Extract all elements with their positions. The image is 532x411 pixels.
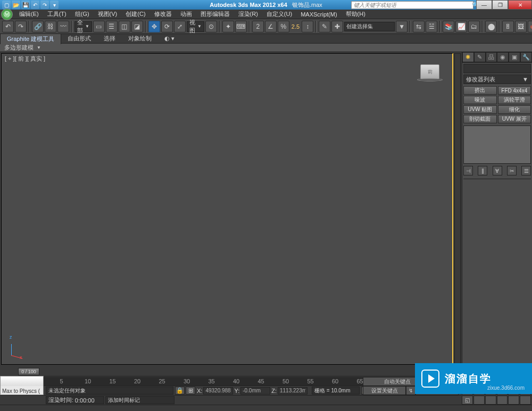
select-move-icon[interactable]: ✥	[148, 21, 160, 32]
manipulate-icon[interactable]: ✦	[222, 21, 234, 32]
mod-uvwmap[interactable]: UVW 贴图	[463, 105, 497, 114]
link-icon[interactable]: 🔗	[32, 21, 44, 32]
listener-input[interactable]: Max to Physcs (	[1, 386, 43, 396]
snap-angle-icon[interactable]: ∠	[265, 21, 277, 32]
tab-create-icon[interactable]: ✺	[462, 52, 474, 62]
qat-open-icon[interactable]: 📂	[12, 1, 20, 9]
listener-output[interactable]	[1, 376, 43, 386]
ribbon-tab-freeform[interactable]: 自由形式	[61, 33, 97, 44]
menu-tools[interactable]: 工具(T)	[43, 10, 71, 18]
close-button[interactable]: ✕	[508, 0, 532, 10]
ribbon-tab-selection[interactable]: 选择	[97, 33, 122, 44]
mod-tessellate[interactable]: 细化	[498, 105, 531, 114]
absolute-transform-icon[interactable]: ⊞	[186, 387, 195, 395]
spinner-snap-icon[interactable]: ↕	[302, 21, 313, 32]
menu-modifiers[interactable]: 修改器	[150, 10, 176, 18]
mirror-icon[interactable]: ⇆	[413, 21, 425, 32]
tab-utilities-icon[interactable]: 🔧	[520, 52, 532, 62]
bind-spacewrap-icon[interactable]: 〰	[57, 21, 69, 32]
selection-filter[interactable]: 全部▼	[74, 21, 92, 32]
menu-rendering[interactable]: 渲染(R)	[234, 10, 262, 18]
viewcube[interactable]: 前	[420, 64, 439, 79]
add-time-tag[interactable]: 添加时间标记	[105, 396, 174, 404]
keyboard-shortcut-icon[interactable]: ⌨	[235, 21, 247, 32]
select-region-icon[interactable]: ◫	[119, 21, 130, 32]
named-sel-drop-icon[interactable]: ▼	[396, 21, 408, 32]
render-icon[interactable]: 🫖	[528, 21, 532, 32]
named-sel-edit-icon[interactable]: ✎	[319, 21, 330, 32]
modifier-stack[interactable]	[463, 125, 531, 164]
named-selection-set[interactable]	[344, 22, 395, 31]
nav-min-max-icon[interactable]: ◱	[462, 396, 473, 405]
pin-stack-icon[interactable]: ⊣	[463, 166, 473, 175]
menu-maxscript[interactable]: MAXScript(M)	[296, 11, 341, 18]
menu-grapheditors[interactable]: 图形编辑器	[196, 10, 234, 18]
help-search[interactable]	[351, 1, 473, 9]
menu-views[interactable]: 视图(V)	[94, 10, 122, 18]
viewport-scrollbar[interactable]	[454, 53, 461, 365]
help-search-input[interactable]	[352, 2, 473, 9]
menu-animation[interactable]: 动画	[176, 10, 196, 18]
select-scale-icon[interactable]: ⤢	[174, 21, 186, 32]
horizontal-scrollbar[interactable]	[0, 405, 532, 411]
mod-unwrap[interactable]: UVW 展开	[498, 115, 531, 123]
coord-y-input[interactable]	[240, 387, 270, 395]
menu-group[interactable]: 组(G)	[71, 10, 94, 18]
coord-z-input[interactable]	[278, 387, 307, 395]
tab-modify-icon[interactable]: ✎	[474, 52, 486, 62]
maximize-button[interactable]: ❐	[492, 0, 508, 10]
qat-new-icon[interactable]: ▢	[2, 1, 11, 9]
menu-edit[interactable]: 编辑(E)	[15, 10, 43, 18]
pivot-center-icon[interactable]: ⊙	[205, 21, 217, 32]
mod-extrude[interactable]: 挤出	[463, 86, 497, 95]
material-editor-icon[interactable]: ⬤	[485, 21, 497, 32]
minimize-button[interactable]: —	[476, 0, 492, 10]
qat-save-icon[interactable]: 💾	[21, 1, 30, 9]
select-by-name-icon[interactable]: ☰	[106, 21, 118, 32]
layers-icon[interactable]: 📚	[443, 21, 454, 32]
show-result-icon[interactable]: ‖	[478, 166, 487, 175]
coord-x-input[interactable]	[203, 387, 233, 395]
mod-turbosmooth[interactable]: 涡轮平滑	[498, 96, 531, 104]
render-frame-icon[interactable]: 🖼	[515, 21, 527, 32]
window-crossing-icon[interactable]: ◪	[131, 21, 143, 32]
remove-mod-icon[interactable]: ✂	[507, 166, 517, 175]
lock-selection-icon[interactable]: 🔒	[175, 387, 185, 395]
application-button[interactable]: Ⓜ	[1, 9, 13, 20]
time-slider-thumb[interactable]: 0 / 100	[18, 368, 39, 375]
qat-redo-icon[interactable]: ↷	[40, 1, 49, 9]
ribbon-tab-objectpaint[interactable]: 对象绘制	[122, 33, 158, 44]
modifier-list[interactable]: 修改器列表 ▼	[463, 74, 531, 84]
viewport-label[interactable]: [ + ][ 前 ][ 真实 ]	[5, 55, 45, 63]
qat-more-icon[interactable]: ▾	[50, 1, 59, 9]
ref-coord-system[interactable]: 视图▼	[187, 21, 204, 32]
configure-sets-icon[interactable]: ☰	[521, 166, 531, 175]
select-rotate-icon[interactable]: ⟳	[161, 21, 173, 32]
tab-display-icon[interactable]: ▣	[509, 52, 520, 62]
maxscript-listener[interactable]: Max to Physcs (	[0, 376, 44, 395]
mod-ffd[interactable]: FFD 4x4x4	[498, 86, 531, 95]
redo-icon[interactable]: ↷	[15, 21, 27, 32]
menu-customize[interactable]: 自定义(U)	[262, 10, 296, 18]
tab-hierarchy-icon[interactable]: 品	[486, 52, 497, 62]
object-name-field[interactable]	[463, 64, 531, 73]
snap-percent-icon[interactable]: %	[278, 21, 289, 32]
tab-motion-icon[interactable]: ◉	[497, 52, 509, 62]
menu-help[interactable]: 帮助(H)	[342, 10, 370, 18]
mod-noise[interactable]: 噪波	[463, 96, 497, 104]
named-sel-create-icon[interactable]: ✚	[331, 21, 343, 32]
render-setup-icon[interactable]: 🎚	[502, 21, 514, 32]
select-object-icon[interactable]: ▭	[93, 21, 105, 32]
mod-slice[interactable]: 剖切截面	[463, 115, 497, 123]
viewcube-compass[interactable]	[417, 78, 443, 81]
set-key-button[interactable]: 设置关键点	[363, 386, 406, 395]
schematic-view-icon[interactable]: 🗂	[468, 21, 480, 32]
set-key-icon[interactable]: ↯	[406, 386, 415, 395]
viewport-front[interactable]: [ + ][ 前 ][ 真实 ] 前 z x	[1, 53, 453, 365]
qat-undo-icon[interactable]: ↶	[31, 1, 39, 9]
ribbon-panel[interactable]: 多边形建模▼	[0, 44, 532, 52]
ribbon-tab-graphite[interactable]: Graphite 建模工具	[0, 33, 61, 44]
align-icon[interactable]: ☱	[426, 21, 437, 32]
snap-2d-icon[interactable]: 2	[252, 21, 264, 32]
ribbon-toggle-icon[interactable]: ◐ ▾	[158, 34, 181, 43]
